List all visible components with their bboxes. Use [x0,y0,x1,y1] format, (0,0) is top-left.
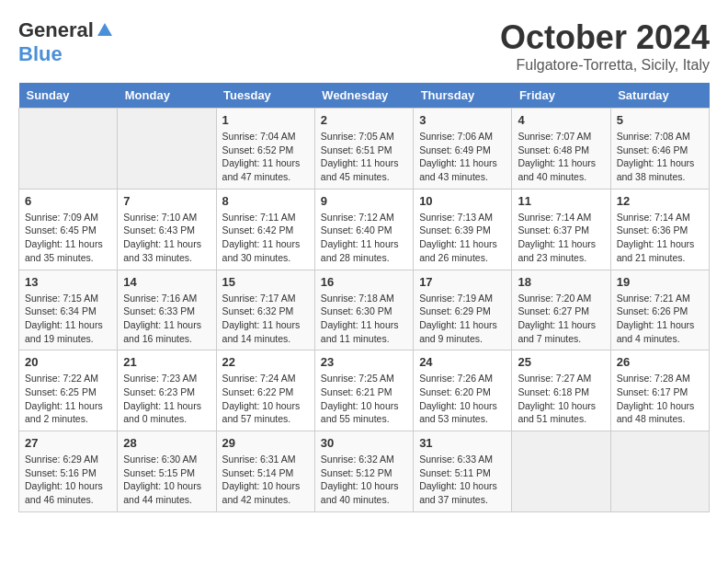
day-info: Sunrise: 7:11 AM Sunset: 6:42 PM Dayligh… [222,211,309,265]
header-wednesday: Wednesday [314,83,413,109]
day-cell: 26Sunrise: 7:28 AM Sunset: 6:17 PM Dayli… [610,350,709,431]
day-info: Sunrise: 7:23 AM Sunset: 6:23 PM Dayligh… [123,372,210,426]
day-number: 18 [518,275,604,289]
day-info: Sunrise: 7:15 AM Sunset: 6:34 PM Dayligh… [25,292,111,346]
day-cell: 9Sunrise: 7:12 AM Sunset: 6:40 PM Daylig… [314,189,413,270]
day-cell: 31Sunrise: 6:33 AM Sunset: 5:11 PM Dayli… [414,431,512,512]
day-number: 6 [25,194,111,208]
day-info: Sunrise: 6:33 AM Sunset: 5:11 PM Dayligh… [419,453,506,507]
day-cell: 16Sunrise: 7:18 AM Sunset: 6:30 PM Dayli… [314,270,413,350]
day-cell: 23Sunrise: 7:25 AM Sunset: 6:21 PM Dayli… [314,350,413,431]
day-cell [118,109,216,190]
day-cell: 2Sunrise: 7:05 AM Sunset: 6:51 PM Daylig… [314,109,413,190]
day-info: Sunrise: 7:28 AM Sunset: 6:17 PM Dayligh… [617,372,703,426]
day-cell: 18Sunrise: 7:20 AM Sunset: 6:27 PM Dayli… [512,270,610,350]
day-number: 4 [518,113,604,127]
day-info: Sunrise: 7:24 AM Sunset: 6:22 PM Dayligh… [222,372,309,426]
day-cell: 12Sunrise: 7:14 AM Sunset: 6:36 PM Dayli… [610,189,709,270]
day-number: 11 [518,194,604,208]
day-number: 14 [123,275,210,289]
calendar-table: SundayMondayTuesdayWednesdayThursdayFrid… [18,83,710,512]
day-number: 21 [123,355,210,369]
day-number: 28 [123,436,210,450]
day-number: 22 [222,355,309,369]
week-row-1: 6Sunrise: 7:09 AM Sunset: 6:45 PM Daylig… [19,189,710,270]
week-row-0: 1Sunrise: 7:04 AM Sunset: 6:52 PM Daylig… [19,109,710,190]
day-cell: 7Sunrise: 7:10 AM Sunset: 6:43 PM Daylig… [118,189,216,270]
day-info: Sunrise: 7:07 AM Sunset: 6:48 PM Dayligh… [518,130,604,184]
day-number: 9 [321,194,407,208]
day-cell: 4Sunrise: 7:07 AM Sunset: 6:48 PM Daylig… [512,109,610,190]
header-saturday: Saturday [610,83,709,109]
day-info: Sunrise: 7:14 AM Sunset: 6:37 PM Dayligh… [518,211,604,265]
title-block: October 2024 Fulgatore-Torretta, Sicily,… [500,18,710,74]
day-number: 10 [419,194,506,208]
day-number: 24 [419,355,506,369]
day-cell: 19Sunrise: 7:21 AM Sunset: 6:26 PM Dayli… [610,270,709,350]
day-cell [512,431,610,512]
day-number: 7 [123,194,210,208]
day-info: Sunrise: 7:18 AM Sunset: 6:30 PM Dayligh… [321,292,407,346]
day-cell: 11Sunrise: 7:14 AM Sunset: 6:37 PM Dayli… [512,189,610,270]
day-cell: 3Sunrise: 7:06 AM Sunset: 6:49 PM Daylig… [414,109,512,190]
day-cell: 17Sunrise: 7:19 AM Sunset: 6:29 PM Dayli… [414,270,512,350]
month-title: October 2024 [500,18,710,57]
day-info: Sunrise: 7:25 AM Sunset: 6:21 PM Dayligh… [321,372,407,426]
day-cell: 5Sunrise: 7:08 AM Sunset: 6:46 PM Daylig… [610,109,709,190]
header-monday: Monday [118,83,216,109]
location-title: Fulgatore-Torretta, Sicily, Italy [500,57,710,74]
day-number: 30 [321,436,407,450]
day-cell [19,109,118,190]
logo-general: General [18,18,94,42]
header-sunday: Sunday [19,83,118,109]
page-header: General Blue October 2024 Fulgatore-Torr… [18,18,710,74]
day-info: Sunrise: 7:26 AM Sunset: 6:20 PM Dayligh… [419,372,506,426]
day-info: Sunrise: 7:09 AM Sunset: 6:45 PM Dayligh… [25,211,111,265]
day-cell: 14Sunrise: 7:16 AM Sunset: 6:33 PM Dayli… [118,270,216,350]
day-cell: 25Sunrise: 7:27 AM Sunset: 6:18 PM Dayli… [512,350,610,431]
week-row-2: 13Sunrise: 7:15 AM Sunset: 6:34 PM Dayli… [19,270,710,350]
day-info: Sunrise: 7:17 AM Sunset: 6:32 PM Dayligh… [222,292,309,346]
day-number: 29 [222,436,309,450]
day-number: 31 [419,436,506,450]
day-number: 16 [321,275,407,289]
day-info: Sunrise: 7:10 AM Sunset: 6:43 PM Dayligh… [123,211,210,265]
day-cell: 24Sunrise: 7:26 AM Sunset: 6:20 PM Dayli… [414,350,512,431]
day-number: 19 [617,275,703,289]
day-number: 23 [321,355,407,369]
logo: General Blue [18,18,113,66]
day-info: Sunrise: 7:22 AM Sunset: 6:25 PM Dayligh… [25,372,111,426]
day-info: Sunrise: 7:19 AM Sunset: 6:29 PM Dayligh… [419,292,506,346]
day-cell: 1Sunrise: 7:04 AM Sunset: 6:52 PM Daylig… [216,109,314,190]
header-tuesday: Tuesday [216,83,314,109]
week-row-3: 20Sunrise: 7:22 AM Sunset: 6:25 PM Dayli… [19,350,710,431]
day-number: 3 [419,113,506,127]
day-info: Sunrise: 7:27 AM Sunset: 6:18 PM Dayligh… [518,372,604,426]
day-cell: 13Sunrise: 7:15 AM Sunset: 6:34 PM Dayli… [19,270,118,350]
header-thursday: Thursday [414,83,512,109]
svg-marker-0 [97,23,112,36]
day-cell: 29Sunrise: 6:31 AM Sunset: 5:14 PM Dayli… [216,431,314,512]
logo-triangle-icon [97,21,113,41]
day-info: Sunrise: 7:21 AM Sunset: 6:26 PM Dayligh… [617,292,703,346]
day-cell [610,431,709,512]
day-info: Sunrise: 6:31 AM Sunset: 5:14 PM Dayligh… [222,453,309,507]
day-cell: 22Sunrise: 7:24 AM Sunset: 6:22 PM Dayli… [216,350,314,431]
day-info: Sunrise: 7:13 AM Sunset: 6:39 PM Dayligh… [419,211,506,265]
day-info: Sunrise: 7:16 AM Sunset: 6:33 PM Dayligh… [123,292,210,346]
day-number: 1 [222,113,309,127]
calendar-header-row: SundayMondayTuesdayWednesdayThursdayFrid… [19,83,710,109]
week-row-4: 27Sunrise: 6:29 AM Sunset: 5:16 PM Dayli… [19,431,710,512]
day-number: 12 [617,194,703,208]
day-cell: 28Sunrise: 6:30 AM Sunset: 5:15 PM Dayli… [118,431,216,512]
day-cell: 30Sunrise: 6:32 AM Sunset: 5:12 PM Dayli… [314,431,413,512]
day-number: 17 [419,275,506,289]
day-info: Sunrise: 7:05 AM Sunset: 6:51 PM Dayligh… [321,130,407,184]
day-info: Sunrise: 6:32 AM Sunset: 5:12 PM Dayligh… [321,453,407,507]
logo-blue: Blue [18,42,63,65]
day-number: 26 [617,355,703,369]
day-number: 5 [617,113,703,127]
day-info: Sunrise: 7:08 AM Sunset: 6:46 PM Dayligh… [617,130,703,184]
day-info: Sunrise: 7:20 AM Sunset: 6:27 PM Dayligh… [518,292,604,346]
day-info: Sunrise: 7:14 AM Sunset: 6:36 PM Dayligh… [617,211,703,265]
